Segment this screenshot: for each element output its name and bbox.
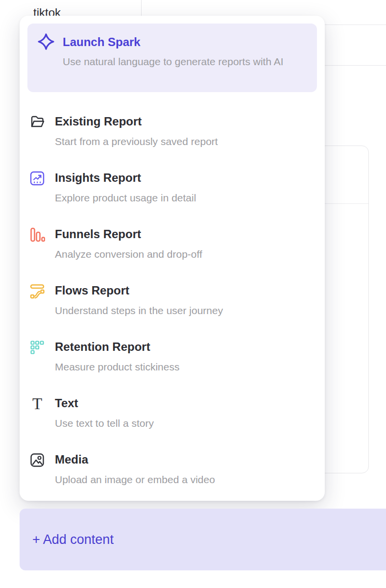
media-image-icon xyxy=(29,452,45,468)
menu-item-description: Explore product usage in detail xyxy=(55,191,196,205)
menu-item-title: Flows Report xyxy=(55,283,223,298)
menu-item-description: Use text to tell a story xyxy=(55,416,154,430)
text-icon: T xyxy=(29,396,45,412)
funnels-bars-icon xyxy=(29,227,45,243)
menu-item-description: Measure product stickiness xyxy=(55,360,179,374)
menu-item-funnels-report[interactable]: Funnels Report Analyze conversion and dr… xyxy=(27,227,317,261)
flows-path-icon xyxy=(29,283,45,299)
menu-item-title: Text xyxy=(55,396,154,411)
menu-item-description: Understand steps in the user journey xyxy=(55,304,223,318)
menu-item-description: Analyze conversion and drop-off xyxy=(55,247,202,261)
menu-item-existing-report[interactable]: Existing Report Start from a previously … xyxy=(27,114,317,148)
menu-item-title: Launch Spark xyxy=(63,35,284,49)
add-content-label: + Add content xyxy=(32,532,114,547)
menu-item-description: Start from a previously saved report xyxy=(55,135,218,148)
background-column-divider xyxy=(141,0,142,17)
menu-item-description: Upload an image or embed a video xyxy=(55,473,215,487)
menu-item-retention-report[interactable]: Retention Report Measure product stickin… xyxy=(27,340,317,374)
menu-item-title: Retention Report xyxy=(55,340,179,354)
menu-item-launch-spark[interactable]: Launch Spark Use natural language to gen… xyxy=(27,24,317,92)
folder-open-icon xyxy=(29,114,45,130)
menu-item-title: Media xyxy=(55,452,215,467)
page: tiktok Launch Spark Use natural language… xyxy=(0,0,386,588)
menu-item-insights-report[interactable]: Insights Report Explore product usage in… xyxy=(27,171,317,205)
menu-item-title: Existing Report xyxy=(55,114,218,129)
retention-grid-icon xyxy=(29,340,45,355)
menu-item-flows-report[interactable]: Flows Report Understand steps in the use… xyxy=(27,283,317,318)
add-content-button[interactable]: + Add content xyxy=(20,509,386,570)
spark-icon xyxy=(37,33,55,50)
insights-chart-icon xyxy=(29,171,45,186)
menu-item-title: Funnels Report xyxy=(55,227,202,242)
add-content-menu: Launch Spark Use natural language to gen… xyxy=(20,16,325,501)
menu-item-text[interactable]: T Text Use text to tell a story xyxy=(27,396,317,430)
menu-item-description: Use natural language to generate reports… xyxy=(63,54,284,70)
menu-item-title: Insights Report xyxy=(55,171,196,185)
menu-item-media[interactable]: Media Upload an image or embed a video xyxy=(27,452,317,487)
